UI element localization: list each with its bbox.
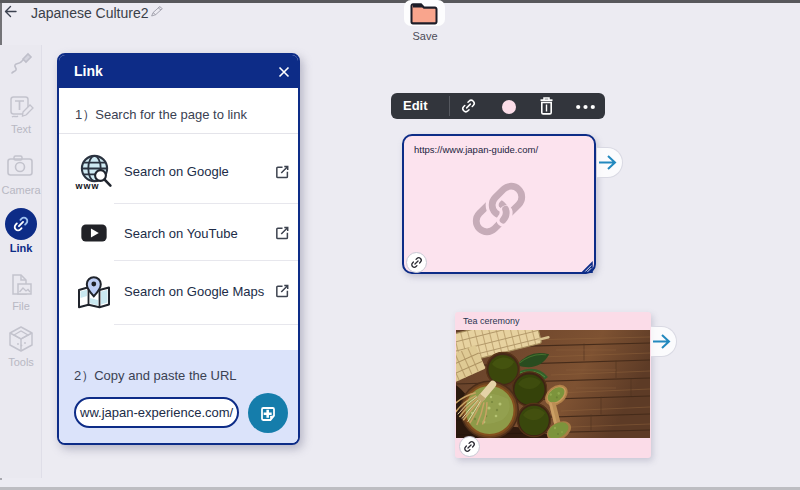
svg-text:www: www — [75, 181, 100, 191]
